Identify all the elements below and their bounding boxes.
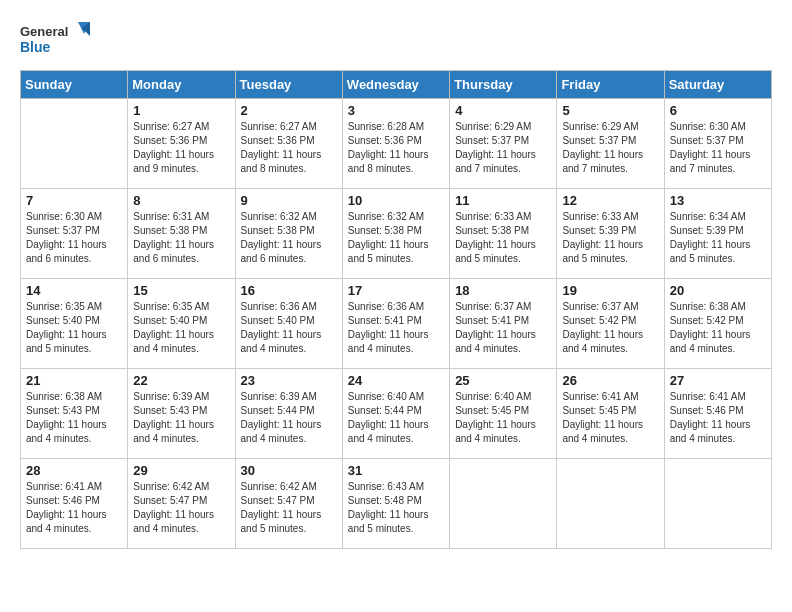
calendar-cell: 16Sunrise: 6:36 AMSunset: 5:40 PMDayligh… — [235, 279, 342, 369]
day-info: Sunrise: 6:41 AMSunset: 5:46 PMDaylight:… — [26, 480, 122, 536]
calendar-cell: 24Sunrise: 6:40 AMSunset: 5:44 PMDayligh… — [342, 369, 449, 459]
day-number: 5 — [562, 103, 658, 118]
calendar-cell: 15Sunrise: 6:35 AMSunset: 5:40 PMDayligh… — [128, 279, 235, 369]
day-info: Sunrise: 6:36 AMSunset: 5:40 PMDaylight:… — [241, 300, 337, 356]
day-info: Sunrise: 6:36 AMSunset: 5:41 PMDaylight:… — [348, 300, 444, 356]
calendar-cell: 11Sunrise: 6:33 AMSunset: 5:38 PMDayligh… — [450, 189, 557, 279]
calendar-cell: 7Sunrise: 6:30 AMSunset: 5:37 PMDaylight… — [21, 189, 128, 279]
calendar-cell: 1Sunrise: 6:27 AMSunset: 5:36 PMDaylight… — [128, 99, 235, 189]
day-number: 13 — [670, 193, 766, 208]
day-info: Sunrise: 6:38 AMSunset: 5:43 PMDaylight:… — [26, 390, 122, 446]
calendar-cell: 14Sunrise: 6:35 AMSunset: 5:40 PMDayligh… — [21, 279, 128, 369]
weekday-header-saturday: Saturday — [664, 71, 771, 99]
day-info: Sunrise: 6:39 AMSunset: 5:43 PMDaylight:… — [133, 390, 229, 446]
calendar-cell: 26Sunrise: 6:41 AMSunset: 5:45 PMDayligh… — [557, 369, 664, 459]
calendar-cell: 18Sunrise: 6:37 AMSunset: 5:41 PMDayligh… — [450, 279, 557, 369]
day-number: 14 — [26, 283, 122, 298]
day-number: 16 — [241, 283, 337, 298]
day-number: 31 — [348, 463, 444, 478]
calendar-cell — [557, 459, 664, 549]
day-info: Sunrise: 6:30 AMSunset: 5:37 PMDaylight:… — [670, 120, 766, 176]
weekday-header-tuesday: Tuesday — [235, 71, 342, 99]
day-info: Sunrise: 6:32 AMSunset: 5:38 PMDaylight:… — [241, 210, 337, 266]
day-number: 26 — [562, 373, 658, 388]
day-info: Sunrise: 6:29 AMSunset: 5:37 PMDaylight:… — [562, 120, 658, 176]
calendar-cell: 3Sunrise: 6:28 AMSunset: 5:36 PMDaylight… — [342, 99, 449, 189]
day-info: Sunrise: 6:37 AMSunset: 5:42 PMDaylight:… — [562, 300, 658, 356]
calendar-cell: 13Sunrise: 6:34 AMSunset: 5:39 PMDayligh… — [664, 189, 771, 279]
calendar-cell: 6Sunrise: 6:30 AMSunset: 5:37 PMDaylight… — [664, 99, 771, 189]
calendar-week-row: 1Sunrise: 6:27 AMSunset: 5:36 PMDaylight… — [21, 99, 772, 189]
day-info: Sunrise: 6:37 AMSunset: 5:41 PMDaylight:… — [455, 300, 551, 356]
day-number: 6 — [670, 103, 766, 118]
weekday-header-thursday: Thursday — [450, 71, 557, 99]
day-number: 17 — [348, 283, 444, 298]
day-info: Sunrise: 6:28 AMSunset: 5:36 PMDaylight:… — [348, 120, 444, 176]
day-info: Sunrise: 6:30 AMSunset: 5:37 PMDaylight:… — [26, 210, 122, 266]
day-number: 18 — [455, 283, 551, 298]
calendar-cell: 20Sunrise: 6:38 AMSunset: 5:42 PMDayligh… — [664, 279, 771, 369]
day-number: 11 — [455, 193, 551, 208]
day-number: 30 — [241, 463, 337, 478]
day-number: 4 — [455, 103, 551, 118]
day-info: Sunrise: 6:33 AMSunset: 5:38 PMDaylight:… — [455, 210, 551, 266]
weekday-header-monday: Monday — [128, 71, 235, 99]
day-info: Sunrise: 6:41 AMSunset: 5:45 PMDaylight:… — [562, 390, 658, 446]
calendar-cell — [450, 459, 557, 549]
logo-svg: General Blue — [20, 20, 90, 60]
day-number: 25 — [455, 373, 551, 388]
calendar-cell: 21Sunrise: 6:38 AMSunset: 5:43 PMDayligh… — [21, 369, 128, 459]
day-number: 15 — [133, 283, 229, 298]
calendar-week-row: 21Sunrise: 6:38 AMSunset: 5:43 PMDayligh… — [21, 369, 772, 459]
day-info: Sunrise: 6:35 AMSunset: 5:40 PMDaylight:… — [133, 300, 229, 356]
calendar-cell: 10Sunrise: 6:32 AMSunset: 5:38 PMDayligh… — [342, 189, 449, 279]
svg-text:General: General — [20, 24, 68, 39]
day-info: Sunrise: 6:43 AMSunset: 5:48 PMDaylight:… — [348, 480, 444, 536]
weekday-header-row: SundayMondayTuesdayWednesdayThursdayFrid… — [21, 71, 772, 99]
day-number: 12 — [562, 193, 658, 208]
calendar-week-row: 14Sunrise: 6:35 AMSunset: 5:40 PMDayligh… — [21, 279, 772, 369]
svg-text:Blue: Blue — [20, 39, 51, 55]
day-info: Sunrise: 6:40 AMSunset: 5:44 PMDaylight:… — [348, 390, 444, 446]
day-number: 9 — [241, 193, 337, 208]
day-info: Sunrise: 6:40 AMSunset: 5:45 PMDaylight:… — [455, 390, 551, 446]
calendar-table: SundayMondayTuesdayWednesdayThursdayFrid… — [20, 70, 772, 549]
day-info: Sunrise: 6:41 AMSunset: 5:46 PMDaylight:… — [670, 390, 766, 446]
day-info: Sunrise: 6:42 AMSunset: 5:47 PMDaylight:… — [241, 480, 337, 536]
day-number: 10 — [348, 193, 444, 208]
calendar-cell: 22Sunrise: 6:39 AMSunset: 5:43 PMDayligh… — [128, 369, 235, 459]
calendar-cell: 2Sunrise: 6:27 AMSunset: 5:36 PMDaylight… — [235, 99, 342, 189]
day-number: 29 — [133, 463, 229, 478]
day-number: 21 — [26, 373, 122, 388]
day-number: 19 — [562, 283, 658, 298]
calendar-cell: 4Sunrise: 6:29 AMSunset: 5:37 PMDaylight… — [450, 99, 557, 189]
day-number: 24 — [348, 373, 444, 388]
day-info: Sunrise: 6:39 AMSunset: 5:44 PMDaylight:… — [241, 390, 337, 446]
calendar-cell — [21, 99, 128, 189]
calendar-cell: 9Sunrise: 6:32 AMSunset: 5:38 PMDaylight… — [235, 189, 342, 279]
day-info: Sunrise: 6:29 AMSunset: 5:37 PMDaylight:… — [455, 120, 551, 176]
calendar-cell: 30Sunrise: 6:42 AMSunset: 5:47 PMDayligh… — [235, 459, 342, 549]
day-info: Sunrise: 6:38 AMSunset: 5:42 PMDaylight:… — [670, 300, 766, 356]
day-info: Sunrise: 6:32 AMSunset: 5:38 PMDaylight:… — [348, 210, 444, 266]
day-info: Sunrise: 6:27 AMSunset: 5:36 PMDaylight:… — [133, 120, 229, 176]
weekday-header-friday: Friday — [557, 71, 664, 99]
calendar-cell: 17Sunrise: 6:36 AMSunset: 5:41 PMDayligh… — [342, 279, 449, 369]
day-info: Sunrise: 6:42 AMSunset: 5:47 PMDaylight:… — [133, 480, 229, 536]
day-number: 23 — [241, 373, 337, 388]
day-info: Sunrise: 6:34 AMSunset: 5:39 PMDaylight:… — [670, 210, 766, 266]
calendar-cell: 25Sunrise: 6:40 AMSunset: 5:45 PMDayligh… — [450, 369, 557, 459]
calendar-cell: 8Sunrise: 6:31 AMSunset: 5:38 PMDaylight… — [128, 189, 235, 279]
day-info: Sunrise: 6:27 AMSunset: 5:36 PMDaylight:… — [241, 120, 337, 176]
weekday-header-wednesday: Wednesday — [342, 71, 449, 99]
day-number: 28 — [26, 463, 122, 478]
day-number: 22 — [133, 373, 229, 388]
calendar-cell: 5Sunrise: 6:29 AMSunset: 5:37 PMDaylight… — [557, 99, 664, 189]
day-number: 1 — [133, 103, 229, 118]
calendar-cell: 28Sunrise: 6:41 AMSunset: 5:46 PMDayligh… — [21, 459, 128, 549]
day-number: 7 — [26, 193, 122, 208]
day-number: 27 — [670, 373, 766, 388]
day-number: 2 — [241, 103, 337, 118]
weekday-header-sunday: Sunday — [21, 71, 128, 99]
calendar-cell: 31Sunrise: 6:43 AMSunset: 5:48 PMDayligh… — [342, 459, 449, 549]
